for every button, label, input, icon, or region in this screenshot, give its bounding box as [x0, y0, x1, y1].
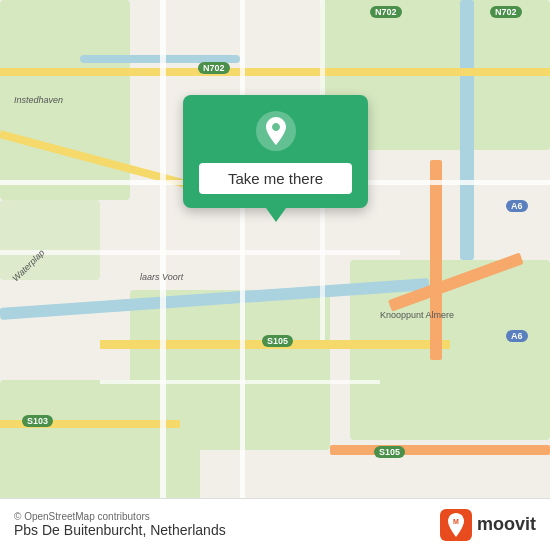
- location-name: Pbs De Buitenburcht, Netherlands: [14, 522, 226, 538]
- moovit-brand-text: moovit: [477, 514, 536, 535]
- road-h3: [100, 380, 380, 384]
- canal-right: [460, 0, 474, 260]
- road-label-s105-mid: S105: [262, 335, 293, 347]
- map-container: N702 N702 N702 S105 S105 S103 A6 A6 Inst…: [0, 0, 550, 550]
- take-me-there-button[interactable]: Take me there: [199, 163, 352, 194]
- bottom-info: © OpenStreetMap contributors Pbs De Buit…: [14, 511, 226, 538]
- road-label-s103: S103: [22, 415, 53, 427]
- popup-card: Take me there: [183, 95, 368, 208]
- green-zone-6: [0, 200, 100, 280]
- bottom-bar: © OpenStreetMap contributors Pbs De Buit…: [0, 498, 550, 550]
- road-label-a6-top: A6: [506, 200, 528, 212]
- road-label-a6-bottom: A6: [506, 330, 528, 342]
- map-label-instedhaven: Instedhaven: [14, 95, 63, 105]
- map-label-laarsvoort: laars Voort: [140, 272, 183, 282]
- road-n702-h: [0, 68, 550, 76]
- attribution-text: © OpenStreetMap contributors: [14, 511, 226, 522]
- moovit-icon: M: [440, 509, 472, 541]
- road-label-n702-top-left: N702: [370, 6, 402, 18]
- road-label-n702-top-right: N702: [490, 6, 522, 18]
- road-a6-v: [430, 160, 442, 360]
- road-a6-bottom: [330, 445, 550, 455]
- svg-text:M: M: [453, 518, 459, 525]
- road-label-s105-bottom: S105: [374, 446, 405, 458]
- popup-pin-icon: [254, 109, 298, 153]
- road-label-n702-mid: N702: [198, 62, 230, 74]
- moovit-logo: M moovit: [440, 509, 536, 541]
- map-label-knooppunt: Knooppunt Almere: [380, 310, 454, 320]
- road-h2: [0, 250, 400, 255]
